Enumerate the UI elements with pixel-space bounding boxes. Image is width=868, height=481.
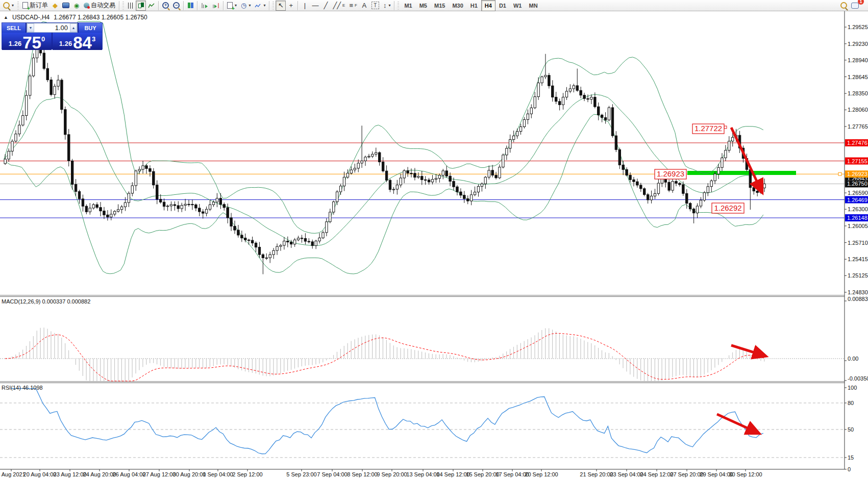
volume-input[interactable]: 1.00 <box>34 23 70 32</box>
chart-symbol-period: USDCAD-,H4 <box>12 14 49 21</box>
cursor-tool-button[interactable]: ↖ <box>276 1 286 11</box>
svg-text:1.26923: 1.26923 <box>657 169 684 178</box>
timeframe-m15[interactable]: M15 <box>431 0 449 11</box>
chart-shift-button[interactable] <box>210 1 221 11</box>
metaeditor-button[interactable]: ◆ <box>50 1 60 11</box>
svg-text:24 Sep 12:00: 24 Sep 12:00 <box>640 471 673 477</box>
profiles-button[interactable]: ◷▾ <box>239 1 253 11</box>
arrows-tool-button[interactable]: ↕▾ <box>381 1 393 11</box>
vertical-line-tool-button[interactable]: | <box>300 1 310 11</box>
svg-text:9 Sep 20:00: 9 Sep 20:00 <box>377 471 407 477</box>
signals-button[interactable]: ◉ <box>71 1 82 11</box>
svg-text:1.28350: 1.28350 <box>848 90 868 96</box>
toolbar-separator <box>394 1 394 10</box>
zoom-out-button[interactable]: − <box>171 1 182 11</box>
text-tool-button[interactable]: A <box>359 1 369 11</box>
svg-text:1.24830: 1.24830 <box>848 289 868 295</box>
chat-bubble-icon <box>851 3 859 9</box>
tile-windows-button[interactable] <box>185 1 195 11</box>
svg-text:1.26750: 1.26750 <box>847 181 867 187</box>
candlestick-chart-button[interactable] <box>136 1 146 11</box>
terminal-button[interactable] <box>60 1 71 11</box>
svg-text:1.26469: 1.26469 <box>847 197 867 203</box>
buy-button[interactable]: BUY <box>79 23 102 33</box>
svg-text:0: 0 <box>848 466 851 472</box>
svg-text:1.28940: 1.28940 <box>848 57 868 63</box>
auto-scroll-button[interactable] <box>199 1 210 11</box>
timeframe-w1[interactable]: W1 <box>510 0 526 11</box>
toolbar: ▾ 新订单 ◆ ◉ 自动交易 + − ▾ ◷▾ <box>0 0 868 11</box>
svg-text:1.29525: 1.29525 <box>848 24 868 30</box>
sell-button[interactable]: SELL <box>2 23 26 33</box>
new-order-icon <box>22 2 28 9</box>
svg-text:20 Sep 12:00: 20 Sep 12:00 <box>525 471 558 477</box>
svg-text:21 Sep 20:00: 21 Sep 20:00 <box>580 471 613 477</box>
chevron-down-icon: ▾ <box>235 3 237 8</box>
toolbar-separator <box>183 1 184 10</box>
chevron-down-icon: ▾ <box>249 3 251 8</box>
chart-title: ▲ USDCAD-,H4 1.26677 1.26843 1.26605 1.2… <box>4 14 147 21</box>
timeframe-d1[interactable]: D1 <box>495 0 510 11</box>
symbol-search-button[interactable]: ▾ <box>1 1 16 11</box>
sell-price-sup: 0 <box>41 35 45 43</box>
crosshair-tool-button[interactable]: + <box>286 1 296 11</box>
toolbar-grip <box>122 2 124 10</box>
search-button[interactable] <box>838 1 849 11</box>
volume-decrease-button[interactable]: ▼ <box>27 23 34 32</box>
bar-chart-button[interactable] <box>126 1 136 11</box>
terminal-icon <box>62 3 69 8</box>
text-label-tool-button[interactable]: T <box>369 1 381 11</box>
notifications-button[interactable]: 1 <box>849 1 861 11</box>
sell-price-big: 75 <box>22 36 41 49</box>
timeframe-m30[interactable]: M30 <box>449 0 466 11</box>
autotrading-icon <box>84 3 89 8</box>
autotrading-button[interactable]: 自动交易 <box>82 1 117 11</box>
timeframe-h4[interactable]: H4 <box>481 0 495 11</box>
trendline-tool-button[interactable]: ╱ <box>320 1 331 11</box>
svg-text:13 Sep 04:00: 13 Sep 04:00 <box>406 471 439 477</box>
timeframe-m5[interactable]: M5 <box>416 0 431 11</box>
crosshair-icon: + <box>289 2 293 9</box>
text-icon: A <box>362 2 367 9</box>
new-chart-button[interactable]: ▾ <box>225 1 239 11</box>
cursor-icon: ↖ <box>278 2 284 9</box>
toolbar-separator <box>297 1 298 10</box>
zoom-in-button[interactable]: + <box>160 1 171 11</box>
svg-text:-0.003509: -0.003509 <box>848 375 868 382</box>
svg-text:1.27765: 1.27765 <box>848 123 868 130</box>
chart-canvas[interactable]: 1.295251.292301.289401.286451.283501.280… <box>0 0 868 481</box>
horizontal-line-tool-button[interactable]: — <box>310 1 320 11</box>
svg-text:1.26148: 1.26148 <box>847 215 867 221</box>
svg-text:0.008836: 0.008836 <box>848 296 868 302</box>
timeframe-mn[interactable]: MN <box>525 0 541 11</box>
trendline-icon: ╱ <box>324 2 328 9</box>
new-order-button[interactable]: 新订单 <box>20 1 50 11</box>
svg-text:24 Aug 20:00: 24 Aug 20:00 <box>83 471 116 477</box>
svg-text:26 Aug 04:00: 26 Aug 04:00 <box>113 471 146 477</box>
macd-signal-line <box>5 333 764 381</box>
timeframe-h1[interactable]: H1 <box>467 0 481 11</box>
pane-frames <box>0 11 845 469</box>
autotrading-label: 自动交易 <box>91 1 115 10</box>
fibonacci-tool-button[interactable]: ≡F <box>347 1 359 11</box>
svg-text:17 Sep 04:00: 17 Sep 04:00 <box>495 471 529 477</box>
svg-text:1.27155: 1.27155 <box>847 158 867 164</box>
templates-button[interactable]: ▾ <box>253 1 267 11</box>
buy-price-sup: 3 <box>92 35 95 43</box>
search-icon <box>3 2 10 9</box>
buy-price-display[interactable]: 1.26 84 3 <box>53 33 102 50</box>
svg-text:14 Sep 12:00: 14 Sep 12:00 <box>436 471 469 477</box>
notification-badge: 1 <box>858 0 864 5</box>
symbol-collapse-icon[interactable]: ▲ <box>4 15 8 20</box>
svg-text:50: 50 <box>848 426 854 433</box>
fibonacci-sub: F <box>355 3 357 8</box>
volume-increase-button[interactable]: ▲ <box>70 23 77 32</box>
new-chart-icon <box>227 2 233 9</box>
line-chart-button[interactable] <box>146 1 157 11</box>
timeframe-m1[interactable]: M1 <box>401 0 415 11</box>
channel-tool-button[interactable]: ╱╱E <box>331 1 347 11</box>
toolbar-separator <box>158 1 159 10</box>
toolbar-separator <box>197 1 197 10</box>
sell-price-display[interactable]: 1.26 75 0 <box>2 33 52 50</box>
green-trend-segment <box>687 171 796 175</box>
